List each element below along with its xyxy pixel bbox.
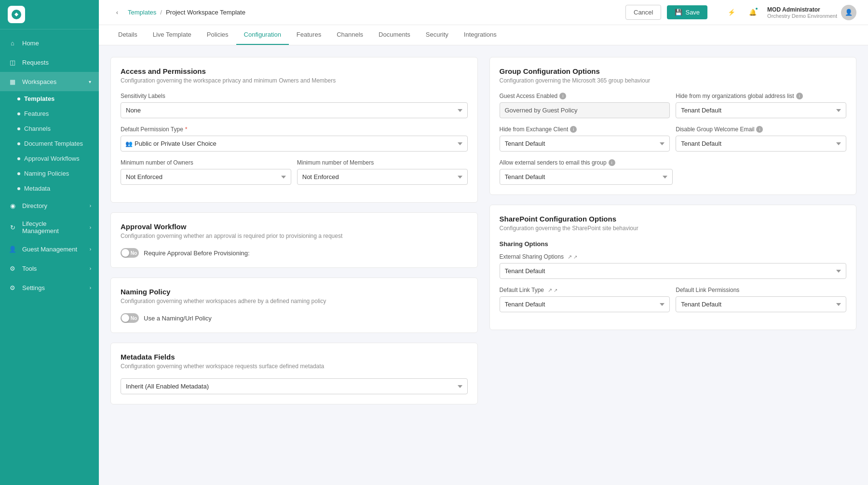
guest-access-info-icon[interactable]: i [559,93,566,99]
sidebar-item-guest-label: Guest Management [22,246,77,253]
metadata-fields-section: Metadata Fields Configuration governing … [110,343,478,404]
sidebar-item-tools-label: Tools [22,265,37,272]
permission-type-label-text: Default Permission Type * [121,126,468,133]
sidebar-item-home[interactable]: ⌂ Home [0,33,99,53]
disable-welcome-label-text: Disable Group Welcome Email i [676,126,846,133]
breadcrumb: Templates / Project Workspace Template [128,9,245,16]
sidebar-item-workspaces[interactable]: ▦ Workspaces ▾ [0,72,99,91]
right-column: Group Configuration Options Configuratio… [489,57,857,404]
sidebar-item-lifecycle[interactable]: ↻ Lifecycle Management › [0,215,99,239]
sidebar-item-settings[interactable]: ⚙ Settings › [0,278,99,297]
sidebar-item-directory-label: Directory [22,202,47,209]
sidebar-subitem-doc-templates-label: Document Templates [24,140,83,147]
naming-toggle-row: No Use a Naming/Url Policy [121,313,468,323]
cancel-button[interactable]: Cancel [625,5,661,20]
sensitivity-label-text: Sensitivity Labels [121,93,468,99]
link-type-perms-row: Default Link Type ↗ Tenant Default Defau… [500,287,847,320]
hide-exchange-info-icon[interactable]: i [570,126,577,133]
sidebar-subitem-approval[interactable]: Approval Workflows [0,151,99,166]
hide-exchange-disable-welcome-row: Hide from Exchange Client i Tenant Defau… [500,126,847,159]
permission-type-select[interactable]: Public or Private User Choice [121,136,468,152]
tab-features[interactable]: Features [289,25,329,45]
tab-details[interactable]: Details [110,25,145,45]
sharing-options-title: Sharing Options [500,240,847,248]
sidebar-item-requests[interactable]: ◫ Requests [0,53,99,72]
external-sharing-link[interactable]: ↗ [568,254,577,260]
group-config-section: Group Configuration Options Configuratio… [489,57,857,195]
default-link-perms-select[interactable]: Tenant Default [676,296,846,312]
tab-channels[interactable]: Channels [329,25,371,45]
tab-live-template[interactable]: Live Template [145,25,199,45]
group-config-title: Group Configuration Options [500,67,847,75]
naming-toggle-off-label: No [131,316,137,321]
disable-welcome-info-icon[interactable]: i [756,126,763,133]
tab-security[interactable]: Security [418,25,456,45]
default-link-type-link[interactable]: ↗ [548,287,557,293]
features-dot [17,112,20,115]
sidebar-subitem-features-label: Features [24,110,49,117]
sidebar-item-guest[interactable]: 👤 Guest Management › [0,239,99,259]
sidebar-item-home-label: Home [22,40,39,47]
min-members-group: Minimum number of Members Not Enforced [297,159,468,193]
min-owners-select[interactable]: Not Enforced [121,169,291,185]
approval-toggle[interactable]: No [121,248,139,258]
hide-exchange-select[interactable]: Tenant Default [500,136,670,152]
metadata-desc: Configuration governing whether workspac… [121,363,468,370]
hide-address-select[interactable]: Tenant Default [676,102,846,118]
left-column: Access and Permissions Configuration gov… [110,57,478,404]
sidebar-item-tools[interactable]: ⚙ Tools › [0,259,99,278]
naming-toggle[interactable]: No [121,313,139,323]
guest-access-label-text: Guest Access Enabled i [500,93,670,99]
back-button[interactable]: ‹ [110,6,124,19]
tab-integrations[interactable]: Integrations [456,25,504,45]
sidebar-subitem-channels[interactable]: Channels [0,121,99,136]
external-senders-select[interactable]: Tenant Default [500,169,673,185]
hide-address-group: Hide from my organizations global addres… [676,93,846,126]
approval-toggle-label: Require Approval Before Provisioning: [144,249,250,257]
tab-documents[interactable]: Documents [371,25,418,45]
sidebar-logo [0,0,99,29]
sensitivity-labels-select[interactable]: None [121,102,468,118]
external-senders-group: Allow external senders to email this gro… [500,159,847,185]
guest-icon: 👤 [8,244,17,254]
external-senders-info-icon[interactable]: i [609,159,615,166]
tab-policies[interactable]: Policies [199,25,236,45]
requests-icon: ◫ [8,57,17,67]
sidebar-item-directory[interactable]: ◉ Directory › [0,196,99,215]
guest-hide-row: Guest Access Enabled i Hide from my orga… [500,93,847,126]
approval-title: Approval Workflow [121,222,468,231]
approval-dot [17,157,20,160]
hide-address-info-icon[interactable]: i [796,93,803,99]
sidebar-subitem-metadata[interactable]: Metadata [0,181,99,196]
sidebar-item-requests-label: Requests [22,59,49,66]
save-icon: 💾 [675,9,682,16]
external-sharing-select[interactable]: Tenant Default [500,263,847,279]
lightning-icon[interactable]: ⚡ [725,6,738,19]
permission-type-group: Default Permission Type * 👥 Public or Pr… [121,126,468,152]
guest-access-input[interactable] [500,102,670,118]
save-button[interactable]: 💾 Save [667,5,707,19]
default-link-type-select[interactable]: Tenant Default [500,296,670,312]
hide-exchange-label-text: Hide from Exchange Client i [500,126,670,133]
sidebar-subitem-features[interactable]: Features [0,106,99,121]
sidebar-subitem-naming[interactable]: Naming Policies [0,166,99,181]
sidebar-subitem-doc-templates[interactable]: Document Templates [0,136,99,151]
min-members-select[interactable]: Not Enforced [297,169,468,185]
sharepoint-title: SharePoint Configuration Options [500,215,847,223]
user-name: MOD Administrator [767,6,837,13]
disable-welcome-select[interactable]: Tenant Default [676,136,846,152]
sidebar-subitem-templates[interactable]: Templates [0,91,99,106]
doc-templates-dot [17,142,20,145]
group-config-desc: Configuration governing the Microsoft 36… [500,77,847,84]
naming-toggle-label: Use a Naming/Url Policy [144,315,212,322]
breadcrumb-templates[interactable]: Templates [128,9,156,16]
notification-icon[interactable]: 🔔 [746,6,760,19]
sidebar-subitem-naming-label: Naming Policies [24,170,69,177]
sidebar-subitem-templates-label: Templates [24,95,54,102]
access-permissions-section: Access and Permissions Configuration gov… [110,57,478,203]
tab-configuration[interactable]: Configuration [236,25,289,45]
notification-badge [755,7,759,11]
metadata-select[interactable]: Inherit (All Enabled Metadata) [121,378,468,394]
min-owners-group: Minimum number of Owners Not Enforced [121,159,291,185]
save-label: Save [685,9,700,16]
